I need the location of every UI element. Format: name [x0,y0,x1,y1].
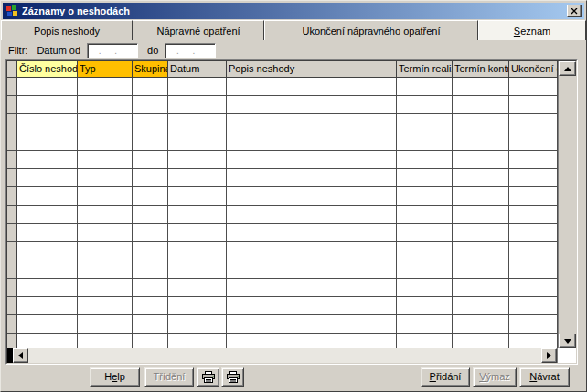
table-cell[interactable] [397,224,453,242]
table-row[interactable] [7,260,558,279]
vymaz-button[interactable]: Výmaz [473,367,517,387]
table-cell[interactable] [227,242,397,260]
date-to-input[interactable] [165,43,216,58]
table-cell[interactable] [17,260,78,279]
table-cell[interactable] [17,224,78,242]
print-button-1[interactable] [197,367,219,387]
vertical-scrollbar[interactable] [558,61,576,348]
scroll-down-button[interactable] [559,334,576,348]
table-cell[interactable] [133,224,168,242]
table-cell[interactable] [227,78,397,96]
trideni-button[interactable]: Třídění [144,367,194,387]
table-cell[interactable] [133,297,168,315]
table-cell[interactable] [509,297,558,315]
table-cell[interactable] [227,315,397,334]
table-cell[interactable] [17,151,78,169]
table-row[interactable] [7,297,558,315]
table-cell[interactable] [17,187,78,206]
table-cell[interactable] [397,169,453,187]
vertical-scrollbar-track[interactable] [559,76,576,334]
row-selector[interactable] [7,315,17,334]
table-cell[interactable] [78,297,133,315]
table-cell[interactable] [397,297,453,315]
row-selector[interactable] [7,114,17,132]
selector-column-header[interactable] [7,61,17,78]
table-cell[interactable] [168,242,227,260]
table-row[interactable] [7,132,558,151]
table-cell[interactable] [78,96,133,114]
column-header[interactable]: Datum [168,61,227,78]
table-cell[interactable] [453,96,509,114]
table-cell[interactable] [453,169,509,187]
table-cell[interactable] [509,114,558,132]
row-selector[interactable] [7,206,17,224]
row-selector[interactable] [7,297,17,315]
table-cell[interactable] [509,151,558,169]
table-row[interactable] [7,151,558,169]
table-cell[interactable] [17,96,78,114]
row-selector[interactable] [7,334,17,348]
table-cell[interactable] [168,96,227,114]
table-cell[interactable] [78,169,133,187]
table-cell[interactable] [453,151,509,169]
table-cell[interactable] [453,187,509,206]
table-cell[interactable] [133,315,168,334]
table-cell[interactable] [509,206,558,224]
table-cell[interactable] [133,279,168,297]
table-cell[interactable] [168,78,227,96]
tab-popis-neshody[interactable]: Popis neshody [1,20,133,40]
navrat-button[interactable]: Návrat [519,367,570,387]
table-row[interactable] [7,224,558,242]
table-cell[interactable] [78,334,133,348]
table-cell[interactable] [168,206,227,224]
table-cell[interactable] [509,78,558,96]
table-cell[interactable] [17,242,78,260]
table-cell[interactable] [78,151,133,169]
table-cell[interactable] [78,187,133,206]
table-cell[interactable] [17,315,78,334]
table-cell[interactable] [17,132,78,151]
table-row[interactable] [7,114,558,132]
column-header[interactable]: Ukončení opatř [509,61,558,78]
row-selector[interactable] [7,96,17,114]
table-cell[interactable] [168,315,227,334]
table-cell[interactable] [17,169,78,187]
table-cell[interactable] [78,132,133,151]
table-row[interactable] [7,206,558,224]
table-cell[interactable] [227,224,397,242]
table-row[interactable] [7,242,558,260]
table-cell[interactable] [133,114,168,132]
table-cell[interactable] [453,279,509,297]
table-cell[interactable] [133,242,168,260]
table-cell[interactable] [509,279,558,297]
row-selector[interactable] [7,187,17,206]
table-cell[interactable] [397,242,453,260]
table-cell[interactable] [227,279,397,297]
table-cell[interactable] [168,224,227,242]
table-cell[interactable] [133,96,168,114]
table-cell[interactable] [17,114,78,132]
table-cell[interactable] [397,334,453,348]
table-cell[interactable] [133,151,168,169]
row-selector[interactable] [7,151,17,169]
table-cell[interactable] [227,334,397,348]
table-cell[interactable] [453,297,509,315]
scroll-left-button[interactable] [13,348,28,363]
table-cell[interactable] [227,187,397,206]
table-cell[interactable] [78,206,133,224]
tab-seznam[interactable]: Seznam [478,20,586,40]
table-cell[interactable] [397,151,453,169]
table-cell[interactable] [133,132,168,151]
table-cell[interactable] [397,206,453,224]
table-row[interactable] [7,78,558,96]
table-row[interactable] [7,96,558,114]
date-from-input[interactable] [87,43,138,58]
row-selector[interactable] [7,78,17,96]
table-cell[interactable] [168,151,227,169]
table-cell[interactable] [453,78,509,96]
table-cell[interactable] [227,297,397,315]
table-cell[interactable] [509,242,558,260]
table-cell[interactable] [78,242,133,260]
table-cell[interactable] [78,260,133,279]
row-selector[interactable] [7,242,17,260]
